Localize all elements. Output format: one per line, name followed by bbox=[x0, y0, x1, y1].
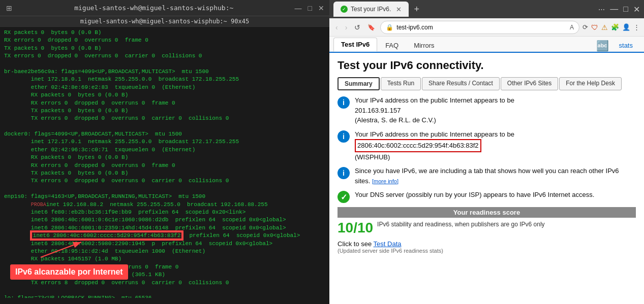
test-data-row: Click to see Test Data bbox=[338, 240, 636, 248]
ipv6-row: i Your IPv6 address on the public Intern… bbox=[338, 129, 636, 162]
term-line-6: br-baee2be56c9a: flags=4099<UP,BROADCAST… bbox=[4, 68, 325, 76]
term-line-5 bbox=[4, 60, 325, 68]
browser-chevron-down[interactable]: ⋯ bbox=[598, 6, 605, 13]
term-line-8: ether 02:42:8e:69:e2:83 txqueuelen 0 (Et… bbox=[4, 84, 325, 91]
browser-tab[interactable]: ✓ Test your IPv6. ✕ bbox=[333, 2, 409, 17]
ipv4-info-text: Your IPv4 address on the public Internet… bbox=[355, 95, 514, 125]
ipv6-label: Your IPv6 address on the public Internet… bbox=[355, 130, 514, 138]
profile-icon[interactable]: 👤 bbox=[622, 23, 630, 31]
dns-row: ✓ Your DNS server (possibly run by your … bbox=[338, 190, 636, 203]
term-line-9: RX packets 0 bytes 0 (0.0 B) bbox=[4, 91, 325, 99]
content-tab-other-ipv6[interactable]: Other IPv6 Sites bbox=[501, 77, 558, 90]
close-button[interactable]: ✕ bbox=[318, 4, 324, 12]
ipv4-label: Your IPv4 address on the public Internet… bbox=[355, 96, 514, 104]
annotation-label: IPv6 alcanzable por Internet bbox=[10, 264, 128, 280]
term-line-19: TX packets 0 bytes 0 (0.0 B) bbox=[4, 170, 325, 177]
term-line-17: RX packets 0 bytes 0 (0.0 B) bbox=[4, 154, 325, 161]
site-tab-stats[interactable]: stats bbox=[612, 39, 640, 52]
new-tab-button[interactable]: + bbox=[414, 4, 419, 15]
tab-favicon: ✓ bbox=[341, 6, 348, 13]
term-line-13 bbox=[4, 123, 325, 130]
term-line-15: inet 172.17.0.1 netmask 255.255.0.0 broa… bbox=[4, 138, 325, 146]
browser-maximize[interactable]: □ bbox=[623, 5, 628, 14]
back-button[interactable]: ‹ bbox=[333, 22, 340, 32]
minimize-button[interactable]: — bbox=[295, 4, 302, 12]
term-line-11: TX packets 0 bytes 0 (0.0 B) bbox=[4, 107, 325, 115]
term-line-14: docker0: flags=4099<UP,BROADCAST,MULTICA… bbox=[4, 130, 325, 138]
bookmark-button[interactable]: 🔖 bbox=[365, 23, 377, 32]
shield-orange-icon: ⚠ bbox=[601, 23, 608, 31]
readiness-desc: IPv6 stability and readiness, when publi… bbox=[377, 220, 545, 229]
ipv6-tab-note-row: i Since you have IPv6, we are including … bbox=[338, 166, 636, 186]
ipv6-tab-note-text: Since you have IPv6, we are including a … bbox=[355, 166, 636, 186]
updated-text: (Updated server side IPv6 readiness stat… bbox=[338, 248, 636, 254]
dns-info-text: Your DNS server (possibly run by your IS… bbox=[355, 190, 594, 200]
annotation-arrow-svg bbox=[10, 237, 102, 262]
term-line-7: inet 172.18.0.1 netmask 255.255.0.0 broa… bbox=[4, 76, 325, 83]
term-line-34 bbox=[4, 287, 325, 294]
content-tab-summary[interactable]: Summary bbox=[338, 77, 380, 90]
content-tab-help-desk[interactable]: For the Help Desk bbox=[559, 77, 622, 90]
ipv6-info-text: Your IPv6 address on the public Internet… bbox=[355, 129, 514, 162]
tab-close-button[interactable]: ✕ bbox=[396, 6, 402, 13]
terminal-subtitle: miguel-santos-wh@miguel-santos-wisphub:~… bbox=[0, 16, 329, 27]
ipv6-org: (WISPHUB) bbox=[355, 153, 390, 161]
ipv6-address-highlighted: 2806:40c:6002:cccc:5d29:954f:4b63:83f2 bbox=[355, 139, 481, 152]
ipv6-tab-note-icon: i bbox=[338, 167, 350, 179]
ipv4-org: (Alestra, S. de R.L. de C.V.) bbox=[355, 116, 436, 124]
term-line-20: TX errors 0 dropped 0 overruns 0 carrier… bbox=[4, 177, 325, 185]
terminal-content: RX packets 0 bytes 0 (0.0 B) RX errors 0… bbox=[0, 27, 329, 298]
browser-minimize[interactable]: — bbox=[610, 5, 618, 14]
site-tab-mirrors[interactable]: Mirrors bbox=[407, 39, 441, 52]
svg-line-1 bbox=[41, 242, 81, 257]
term-line-25: inet6 2806:40c:6001:0:6c1e:1060:9086:d2d… bbox=[4, 216, 325, 224]
page-content: Test your IPv6 connectivity. Summary Tes… bbox=[329, 53, 644, 304]
ipv6-info-icon: i bbox=[338, 130, 350, 143]
forward-button[interactable]: › bbox=[343, 22, 350, 32]
test-data-label: Click to see bbox=[338, 240, 372, 248]
content-tab-tests-run[interactable]: Tests Run bbox=[381, 77, 421, 90]
site-tabs: Test IPv6 FAQ Mirrors 🔤 stats bbox=[329, 37, 644, 53]
browser-window-controls[interactable]: ⋯ — □ ✕ bbox=[598, 5, 640, 14]
term-line-2: RX errors 0 dropped 0 overruns 0 frame 0 bbox=[4, 37, 325, 44]
reload-button[interactable]: ↺ bbox=[352, 22, 362, 32]
browser-titlebar: ✓ Test your IPv6. ✕ + ⋯ — □ ✕ bbox=[329, 0, 644, 18]
term-line-10: RX errors 0 dropped 0 overruns 0 frame 0 bbox=[4, 99, 325, 107]
term-line-18: RX errors 0 dropped 0 overruns 0 frame 0 bbox=[4, 162, 325, 170]
term-line-4: TX errors 0 dropped 0 overruns 0 carrier… bbox=[4, 52, 325, 60]
browser-close[interactable]: ✕ bbox=[633, 5, 640, 14]
term-line-3: TX packets 0 bytes 0 (0.0 B) bbox=[4, 45, 325, 52]
terminal-title: miguel-santos-wh@miguel-santos-wisphub:~ bbox=[13, 4, 295, 12]
ipv4-row: i Your IPv4 address on the public Intern… bbox=[338, 95, 636, 125]
term-line-23: PROBAinet 192.168.88.2 netmask 255.255.2… bbox=[4, 201, 325, 209]
content-tabs: Summary Tests Run Share Results / Contac… bbox=[338, 77, 636, 90]
browser-navbar: ‹ › ↺ 🔖 🔒 test-ipv6.com A ⟳ 🛡 ⚠ 🧩 👤 ⋮ bbox=[329, 18, 644, 37]
ipv4-address: 201.163.91.157 bbox=[355, 107, 401, 114]
readiness-score: 10/10 bbox=[338, 220, 373, 236]
maximize-button[interactable]: □ bbox=[308, 4, 312, 12]
menu-icon[interactable]: ⋮ bbox=[633, 23, 640, 31]
term-line-26: inet6 2806:40c:6001:0:2359:14hd:45d4:614… bbox=[4, 224, 325, 232]
shield-red-icon: 🛡 bbox=[591, 23, 598, 31]
terminal-titlebar: ⊞ miguel-santos-wh@miguel-santos-wisphub… bbox=[0, 0, 329, 16]
address-bar[interactable]: 🔒 test-ipv6.com A bbox=[380, 21, 579, 34]
terminal-window-controls[interactable]: — □ ✕ bbox=[295, 4, 324, 12]
content-tab-share[interactable]: Share Results / Contact bbox=[422, 77, 500, 90]
extensions-icon[interactable]: 🧩 bbox=[611, 23, 619, 31]
term-line-22: enp1s0: flags=4163<UP,BROADCAST,RUNNING,… bbox=[4, 193, 325, 200]
page-title: Test your IPv6 connectivity. bbox=[338, 59, 636, 72]
site-tab-faq[interactable]: FAQ bbox=[378, 39, 406, 52]
readiness-section: Your readiness score 10/10 IPv6 stabilit… bbox=[338, 207, 636, 236]
test-data-link[interactable]: Test Data bbox=[374, 240, 402, 248]
more-info-link[interactable]: [more info] bbox=[372, 178, 398, 184]
term-line-33: TX errors 8 dropped 0 overruns 0 carrier… bbox=[4, 279, 325, 287]
lock-icon: 🔒 bbox=[386, 24, 393, 31]
info-rows: i Your IPv4 address on the public Intern… bbox=[338, 95, 636, 203]
translate-page-icon[interactable]: ⟳ bbox=[582, 23, 588, 31]
translate-annotation-icon: 🔤 bbox=[596, 40, 609, 52]
address-text: test-ipv6.com bbox=[396, 24, 567, 31]
term-line-12: TX errors 0 dropped 0 overruns 0 carrier… bbox=[4, 115, 325, 122]
grid-icon: ⊞ bbox=[5, 3, 13, 13]
site-tab-test-ipv6[interactable]: Test IPv6 bbox=[333, 38, 377, 52]
readiness-header: Your readiness score bbox=[338, 207, 636, 218]
